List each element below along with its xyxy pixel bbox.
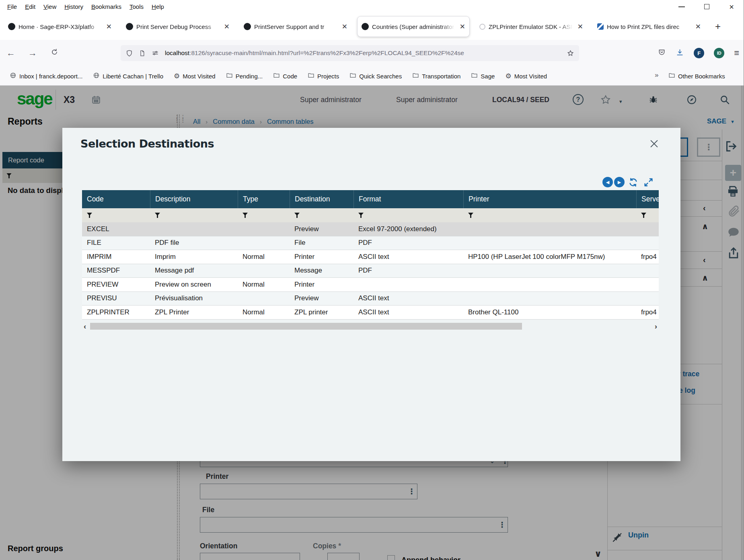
column-header-code[interactable]: Code: [82, 190, 150, 208]
page-info-icon[interactable]: [139, 50, 146, 57]
minimize-icon: [678, 6, 685, 7]
bookmark-item[interactable]: Transportation: [412, 72, 460, 80]
forward-button[interactable]: →: [22, 48, 43, 58]
bookmarks-bar: Inbox | franck.depoort...Liberté Cachan …: [0, 66, 744, 86]
table-cell: Preview: [290, 292, 354, 306]
bookmark-item[interactable]: Quick Searches: [349, 72, 402, 80]
bookmarks-list: Inbox | franck.depoort...Liberté Cachan …: [10, 66, 637, 86]
bookmark-item[interactable]: Inbox | franck.depoort...: [10, 72, 82, 80]
reload-button[interactable]: [43, 48, 65, 58]
globe-icon: [93, 72, 100, 80]
bookmark-item[interactable]: Sage: [471, 72, 495, 80]
bookmark-item[interactable]: Code: [273, 72, 297, 80]
bookmark-item[interactable]: ⚙Most Visited: [174, 73, 216, 80]
table-row-IMPRIM[interactable]: IMPRIMImprimNormalPrinterASCII textHP100…: [82, 250, 659, 264]
pocket-icon[interactable]: [658, 48, 666, 58]
table-cell: ZPL printer: [290, 306, 354, 319]
browser-tab-5[interactable]: ZPLPrinter Emulator SDK - ASP✕: [475, 16, 587, 37]
folder-icon: [349, 72, 356, 80]
dialog-close-button[interactable]: [649, 138, 660, 151]
bookmark-label: Sage: [481, 73, 495, 80]
browser-tab-3[interactable]: PrintServer Support and tr✕: [240, 16, 351, 37]
table-row-ZPLPRINTER[interactable]: ZPLPRINTERZPL PrinterNormalZPL printerAS…: [82, 306, 659, 320]
account-avatar[interactable]: F: [694, 48, 704, 58]
bookmark-star-icon[interactable]: [567, 49, 574, 57]
table-cell: [463, 264, 636, 278]
table-row-PREVISU[interactable]: PREVISUPrévisualisationPreviewASCII text: [82, 292, 659, 306]
filter-funnel-icon: [468, 213, 473, 218]
refresh-button[interactable]: [628, 177, 638, 189]
menu-item-file[interactable]: File: [3, 3, 21, 10]
table-filter-row: [82, 208, 659, 222]
close-window-button[interactable]: ×: [719, 0, 744, 13]
table-cell: [238, 264, 290, 278]
github-favicon: [126, 23, 133, 30]
filter-cell[interactable]: [290, 213, 354, 218]
bookmark-item[interactable]: Liberté Cachan | Trello: [93, 72, 163, 80]
table-cell: Excel 97-2000 (extended): [354, 222, 463, 236]
gear-icon: ⚙: [505, 73, 511, 80]
filter-cell[interactable]: [636, 213, 659, 218]
table-cell: [636, 292, 659, 306]
other-bookmarks-button[interactable]: Other Bookmarks: [668, 66, 725, 86]
browser-tab-6[interactable]: How to Print ZPL files direc✕: [593, 16, 705, 37]
filter-cell[interactable]: [82, 213, 150, 218]
previous-page-button[interactable]: ◀: [602, 177, 613, 187]
globe-icon: [10, 72, 16, 80]
column-header-type[interactable]: Type: [238, 190, 290, 208]
url-bar[interactable]: localhost:8126/syracuse-main/html/main.h…: [121, 45, 579, 61]
bookmarks-overflow-button[interactable]: »: [655, 71, 658, 79]
scroll-left-button[interactable]: ‹: [84, 322, 86, 331]
favicon: [597, 23, 604, 30]
table-cell: [354, 278, 463, 291]
bookmark-item[interactable]: Pending...: [226, 72, 263, 80]
menu-item-help[interactable]: Help: [148, 3, 168, 10]
filter-cell[interactable]: [150, 213, 238, 218]
scroll-right-button[interactable]: ›: [655, 322, 657, 331]
filter-cell[interactable]: [238, 213, 290, 218]
bookmark-item[interactable]: ⚙Most Visited: [505, 73, 547, 80]
next-page-button[interactable]: ▶: [614, 177, 625, 187]
tab-label: PrintServer Support and tr: [254, 23, 339, 30]
browser-tab-4[interactable]: Countries (Super administrator)✕: [358, 16, 469, 37]
minimize-button[interactable]: [669, 0, 694, 13]
table-row-FILE[interactable]: FILEPDF fileFilePDF: [82, 236, 659, 250]
table-row-EXCEL[interactable]: EXCELPreviewExcel 97-2000 (extended): [82, 222, 659, 236]
dialog-title: Selection Destinations: [80, 137, 214, 150]
tab-close-icon[interactable]: ✕: [342, 23, 347, 30]
tab-close-icon[interactable]: ✕: [224, 23, 230, 30]
tab-close-icon[interactable]: ✕: [578, 23, 583, 30]
filter-cell[interactable]: [463, 213, 636, 218]
menu-hamburger-icon[interactable]: ≡: [734, 48, 739, 58]
tab-close-icon[interactable]: ✕: [695, 23, 701, 30]
menu-item-tools[interactable]: Tools: [125, 3, 148, 10]
table-row-PREVIEW[interactable]: PREVIEWPreview on screenNormalPrinter: [82, 278, 659, 292]
downloads-icon[interactable]: [676, 48, 684, 58]
menu-item-edit[interactable]: Edit: [21, 3, 39, 10]
column-header-server[interactable]: Server: [636, 190, 659, 208]
column-header-format[interactable]: Format: [354, 190, 463, 208]
new-tab-button[interactable]: +: [715, 21, 721, 32]
column-header-printer[interactable]: Printer: [463, 190, 636, 208]
expand-button[interactable]: [643, 177, 654, 189]
shield-icon[interactable]: [125, 49, 133, 57]
selection-destinations-dialog: Selection Destinations ◀ ▶ CodeDescripti…: [62, 128, 680, 461]
back-button[interactable]: ←: [0, 48, 22, 58]
filter-cell[interactable]: [354, 213, 463, 218]
menu-item-view[interactable]: View: [39, 3, 60, 10]
tab-close-icon[interactable]: ✕: [460, 23, 465, 30]
profile-avatar[interactable]: ID: [714, 48, 724, 58]
browser-tab-1[interactable]: Home · Sage-ERP-X3/platfo✕: [4, 16, 116, 37]
menu-item-bookmarks[interactable]: Bookmarks: [87, 3, 125, 10]
column-header-description[interactable]: Description: [150, 190, 238, 208]
maximize-button[interactable]: [694, 0, 719, 13]
scrollbar-thumb[interactable]: [90, 323, 522, 330]
browser-tab-2[interactable]: Print Server Debug Process✕: [122, 16, 234, 37]
permissions-icon[interactable]: [151, 49, 159, 57]
table-horizontal-scrollbar: ‹ ›: [82, 321, 659, 332]
table-row-MESSPDF[interactable]: MESSPDFMessage pdfMessagePDF: [82, 264, 659, 278]
column-header-destination[interactable]: Destination: [290, 190, 354, 208]
menu-item-history[interactable]: History: [60, 3, 87, 10]
tab-close-icon[interactable]: ✕: [106, 23, 112, 30]
bookmark-item[interactable]: Projects: [308, 72, 339, 80]
